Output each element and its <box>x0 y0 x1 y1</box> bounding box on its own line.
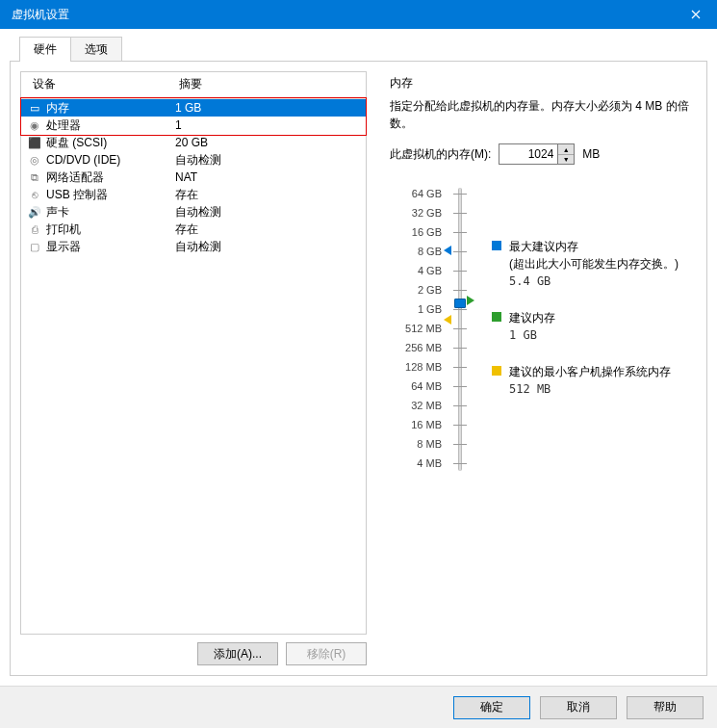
memory-label: 此虚拟机的内存(M): <box>390 146 491 163</box>
memory-heading: 内存 <box>390 75 693 91</box>
legend-square-max-icon <box>492 241 501 250</box>
add-button[interactable]: 添加(A)... <box>197 642 278 665</box>
scale-label: 8 MB <box>390 434 442 454</box>
scale-label: 32 MB <box>390 396 442 415</box>
legend-square-rec-icon <box>492 312 501 322</box>
device-icon: 🔊 <box>27 204 42 220</box>
device-summary: 存在 <box>175 221 360 238</box>
device-row[interactable]: ⬛硬盘 (SCSI)20 GB <box>21 134 366 151</box>
scale-label: 16 GB <box>390 222 442 242</box>
device-icon: ⬛ <box>27 135 42 150</box>
legend-rec-value: 1 GB <box>509 326 555 344</box>
window-title: 虚拟机设置 <box>12 7 674 23</box>
scale-label: 64 MB <box>390 377 442 396</box>
device-name: 显示器 <box>46 239 175 255</box>
legend-max-value: 5.4 GB <box>509 273 679 290</box>
device-icon: ▭ <box>27 100 42 116</box>
legend-rec-label: 建议内存 <box>509 309 555 326</box>
device-name: 处理器 <box>46 117 175 134</box>
device-summary: 20 GB <box>175 136 360 149</box>
marker-recommended-icon <box>467 296 474 305</box>
column-header-summary: 摘要 <box>179 76 360 92</box>
device-name: 声卡 <box>46 204 175 221</box>
device-name: 打印机 <box>46 221 175 238</box>
ok-button[interactable]: 确定 <box>453 696 530 719</box>
scale-label: 8 GB <box>390 242 442 261</box>
device-summary: 1 GB <box>175 101 360 115</box>
legend-min-label: 建议的最小客户机操作系统内存 <box>509 363 671 380</box>
help-button[interactable]: 帮助 <box>627 696 704 719</box>
device-icon: ⧉ <box>27 169 42 185</box>
legend-max-label: 最大建议内存 <box>509 238 679 255</box>
tab-hardware[interactable]: 硬件 <box>19 37 71 62</box>
legend-min-value: 512 MB <box>509 380 671 398</box>
device-row[interactable]: ⎋USB 控制器存在 <box>21 186 366 203</box>
device-summary: NAT <box>175 170 360 184</box>
scale-label: 256 MB <box>390 338 442 357</box>
scale-label: 64 GB <box>390 184 442 203</box>
device-summary: 存在 <box>175 187 360 203</box>
slider-thumb[interactable] <box>454 299 466 308</box>
scale-label: 128 MB <box>390 357 442 377</box>
device-icon: ◎ <box>27 152 42 168</box>
device-icon: ⎋ <box>27 187 42 202</box>
memory-unit: MB <box>582 147 600 161</box>
device-icon: ◉ <box>27 117 42 133</box>
scale-label: 512 MB <box>390 319 442 338</box>
device-summary: 1 <box>175 118 360 132</box>
scale-label: 2 GB <box>390 280 442 299</box>
device-row[interactable]: ▭内存1 GB <box>21 99 366 117</box>
device-row[interactable]: ⧉网络适配器NAT <box>21 169 366 186</box>
device-summary: 自动检测 <box>175 204 360 221</box>
device-icon: ⎙ <box>27 221 42 237</box>
device-row[interactable]: ◎CD/DVD (IDE)自动检测 <box>21 151 366 169</box>
spinner-down-icon[interactable]: ▼ <box>558 154 574 164</box>
memory-description: 指定分配给此虚拟机的内存量。内存大小必须为 4 MB 的倍数。 <box>390 97 693 132</box>
memory-input[interactable] <box>499 144 557 164</box>
scale-label: 16 MB <box>390 415 442 434</box>
memory-slider[interactable] <box>448 184 473 473</box>
remove-button: 移除(R) <box>286 642 367 665</box>
marker-min-icon <box>444 315 451 325</box>
scale-label: 4 MB <box>390 454 442 473</box>
device-name: CD/DVD (IDE) <box>46 153 175 167</box>
tab-options[interactable]: 选项 <box>70 37 122 62</box>
device-name: 硬盘 (SCSI) <box>46 135 175 151</box>
column-header-device: 设备 <box>27 76 179 92</box>
cancel-button[interactable]: 取消 <box>540 696 617 719</box>
legend-max-note: (超出此大小可能发生内存交换。) <box>509 255 679 273</box>
device-summary: 自动检测 <box>175 239 360 255</box>
spinner-up-icon[interactable]: ▲ <box>558 144 574 154</box>
close-icon[interactable] <box>674 0 717 29</box>
legend-square-min-icon <box>492 366 501 376</box>
device-row[interactable]: ◉处理器1 <box>21 117 366 134</box>
marker-max-icon <box>444 246 451 255</box>
device-name: 网络适配器 <box>46 169 175 186</box>
device-name: 内存 <box>46 100 175 117</box>
device-summary: 自动检测 <box>175 152 360 169</box>
scale-label: 32 GB <box>390 203 442 222</box>
device-row[interactable]: ⎙打印机存在 <box>21 221 366 238</box>
device-icon: ▢ <box>27 239 42 254</box>
scale-label: 4 GB <box>390 261 442 280</box>
device-row[interactable]: 🔊声卡自动检测 <box>21 203 366 221</box>
memory-spinner[interactable]: ▲ ▼ <box>499 143 575 165</box>
device-row[interactable]: ▢显示器自动检测 <box>21 238 366 255</box>
device-name: USB 控制器 <box>46 187 175 203</box>
scale-label: 1 GB <box>390 299 442 319</box>
